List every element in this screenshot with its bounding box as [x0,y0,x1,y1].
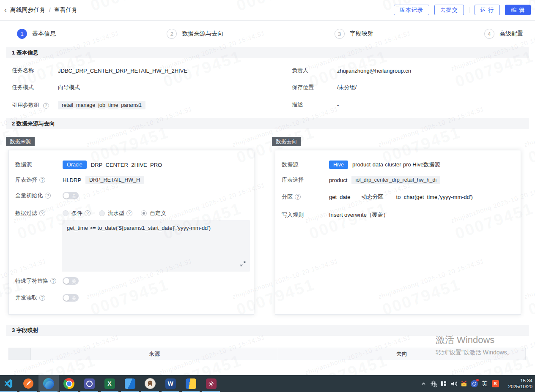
dest-write-rule-row: 写入规则 Insert overwrite（覆盖） [282,211,516,219]
step-connector [231,34,326,34]
back-chevron-icon[interactable]: ‹ [4,6,7,14]
taskbar-chat-app[interactable] [79,375,99,392]
filter-label: 数据过滤 ? [15,210,63,217]
edit-button[interactable]: 编 辑 [505,5,531,15]
tray-foxmail-icon[interactable] [459,375,469,392]
help-icon[interactable]: ? [39,177,45,183]
source-panel-tag: 数据来源 [6,137,35,146]
chat-ring-icon [86,381,93,387]
step-field-mapping[interactable]: 3 字段映射 [335,29,373,39]
chat-app-icon [84,378,95,389]
concurrent-label: 并发读取 ? [15,294,63,302]
step-source-dest[interactable]: 2 数据来源与去向 [167,29,223,39]
partition-expr: to_char(get_time,'yyyy-mm-dd') [396,194,473,200]
tray-volume-icon[interactable] [449,375,459,392]
save-location-value: /未分组/ [337,84,357,91]
taskbar-vscode[interactable] [0,375,18,392]
taskbar-chrome[interactable] [59,375,79,392]
task-mode-label: 任务模式 [12,84,58,91]
concurrent-toggle[interactable]: 关 [63,294,79,302]
tray-ime-indicator[interactable]: 英 [479,375,490,392]
toggle-off-label: 关 [71,278,76,285]
taskbar-excel[interactable]: X [99,375,120,392]
dest-partition-row: 分区 ? get_date 动态分区 to_char(get_time,'yyy… [282,193,516,201]
help-icon[interactable]: ? [85,210,91,216]
submit-button[interactable]: 去提交 [434,5,464,15]
dest-table-label: 库表选择 [282,176,329,184]
description-label: 描述 [292,101,337,109]
step-connector [381,34,477,34]
filter-option-custom[interactable]: 自定义 [141,210,166,217]
sogou-glyph: S [492,380,499,387]
expand-icon[interactable] [240,261,246,269]
taskbar-foxmail[interactable] [181,375,201,392]
help-icon[interactable]: ? [126,210,132,216]
clock-date: 2025/10/20 [504,384,532,389]
dest-db-name: product [329,177,347,183]
help-icon[interactable]: ? [39,210,45,216]
help-icon[interactable]: ? [295,194,301,200]
filter-expression-box[interactable]: get_time >= to_date('${params1_start_dat… [62,220,250,272]
taskbar-blue-flag-app[interactable] [120,375,140,392]
mapping-dest-column-header: 去向 [278,348,525,360]
section-source-dest-header: 2 数据来源与去向 [6,118,529,129]
tray-sogou-icon[interactable]: S [490,375,500,392]
description-value: - [337,102,339,108]
radio-icon-selected[interactable] [141,210,147,216]
taskbar-apps: X W [0,375,221,392]
radio-label: 自定义 [150,210,166,217]
partition-field: get_date [329,194,351,200]
taskbar-word[interactable]: W [160,375,181,392]
help-icon[interactable]: ? [43,103,49,109]
step-basic-info[interactable]: 1 基本信息 [17,29,56,39]
help-icon[interactable]: ? [45,193,51,199]
radio-icon[interactable] [99,210,105,216]
dest-table-tag: iol_drp_center_drp_retail_hw_h_di [351,176,440,184]
tray-chevron-up-icon[interactable] [418,375,428,392]
special-char-toggle[interactable]: 关 [63,277,79,285]
mapping-source-column-header: 来源 [31,348,278,360]
button-divider [469,7,469,13]
radio-icon[interactable] [63,210,69,216]
step-label: 高级配置 [499,30,523,38]
filter-option-streaming[interactable]: 流水型 ? [99,210,132,217]
step-advanced-config[interactable]: 4 高级配置 [484,29,523,39]
breadcrumb-parent[interactable]: 离线同步任务 [10,6,46,14]
step-label: 基本信息 [32,30,56,38]
task-mode-value: 向导模式 [58,84,80,91]
filter-label-text: 数据过滤 [15,210,37,217]
task-name-row: 任务名称 JDBC_DRP_CENTER_DRP_RETAIL_HW_H_2HI… [12,67,187,74]
taskbar-pencil-app[interactable] [18,375,38,392]
step-number: 4 [484,29,494,39]
help-icon[interactable]: ? [39,295,45,301]
write-rule-label: 写入规则 [282,211,329,219]
param-group-row: 引用参数组 ? retail_manage_job_time_params1 [12,101,145,109]
breadcrumb: ‹ 离线同步任务 / 查看任务 [4,6,78,14]
taskbar-dbeaver[interactable] [140,375,160,392]
source-filter-row: 数据过滤 ? 条件 ? 流水型 ? 自定义 [15,210,249,217]
tray-network-offline-icon[interactable] [428,375,439,392]
taskbar-database-gear-app[interactable] [201,375,221,392]
breadcrumb-current: 查看任务 [54,6,78,14]
toggle-knob [63,295,69,301]
taskbar-edge-active[interactable] [38,375,59,392]
version-history-button[interactable]: 版本记录 [394,5,429,15]
filter-expression: get_time >= to_date('${params1_start_dat… [67,225,211,231]
step-label: 字段映射 [350,30,373,38]
word-icon: W [165,378,176,389]
tray-window-panes-icon[interactable] [439,375,449,392]
task-mode-row: 任务模式 向导模式 [12,84,80,91]
topbar: ‹ 离线同步任务 / 查看任务 版本记录 去提交 运 行 编 辑 [0,0,535,21]
toggle-off-label: 关 [71,295,76,302]
write-rule-value: Insert overwrite（覆盖） [329,211,389,219]
help-icon[interactable]: ? [50,278,56,284]
owner-row: 负责人 zhujianzhong@heilangroup.cn [292,67,411,74]
run-button[interactable]: 运 行 [475,5,500,15]
tray-chat-icon[interactable] [469,375,479,392]
source-table-label-text: 库表选择 [15,176,37,184]
owner-label: 负责人 [292,67,337,74]
step-label: 数据来源与去向 [182,30,223,38]
taskbar-clock[interactable]: 15:34 2025/10/20 [504,378,532,389]
filter-option-condition[interactable]: 条件 ? [63,210,91,217]
full-init-toggle[interactable]: 关 [63,192,79,199]
